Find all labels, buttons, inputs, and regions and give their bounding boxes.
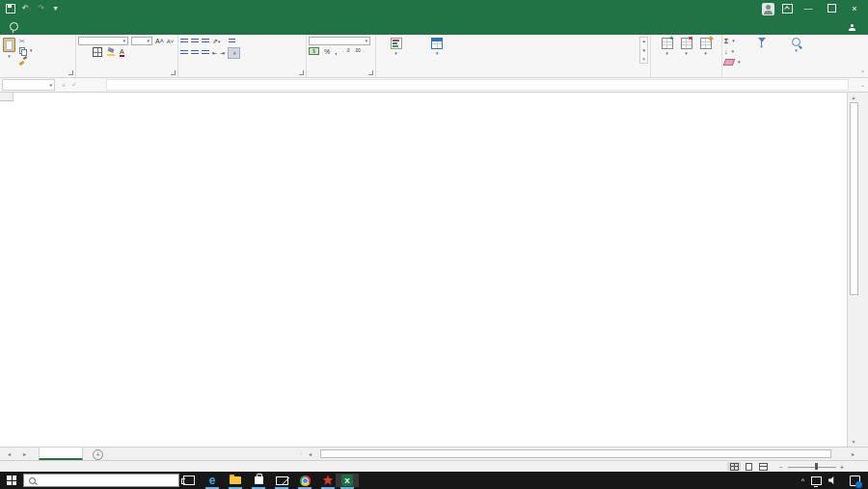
avatar[interactable]: [762, 3, 774, 15]
paste-button[interactable]: ▾: [2, 37, 16, 68]
speaker-icon[interactable]: [828, 476, 836, 484]
start-button[interactable]: [7, 475, 16, 485]
share-button[interactable]: [839, 20, 868, 35]
decrease-decimal-icon[interactable]: .00→: [354, 49, 365, 54]
format-painter-button[interactable]: [19, 56, 33, 65]
delete-cells-button[interactable]: ▾: [680, 37, 693, 68]
new-sheet-icon[interactable]: +: [93, 449, 103, 460]
comma-icon[interactable]: ,: [335, 48, 337, 55]
increase-decimal-icon[interactable]: ←.0: [341, 49, 349, 54]
grow-font-icon[interactable]: A˄: [155, 38, 164, 44]
taskbar-excel-button[interactable]: X: [336, 474, 359, 487]
align-right-icon[interactable]: [202, 50, 209, 56]
merge-center-button[interactable]: ▾: [228, 47, 240, 59]
select-all-corner[interactable]: [0, 93, 14, 101]
taskbar-mail-button[interactable]: [270, 474, 293, 487]
clear-button[interactable]: ▾: [724, 58, 741, 67]
taskbar-edge-button[interactable]: e: [201, 474, 224, 487]
font-dialog-launcher-icon[interactable]: [171, 70, 176, 75]
percent-icon[interactable]: %: [324, 48, 330, 55]
next-sheet-icon[interactable]: ▸: [23, 450, 26, 457]
ribbon-display-options-icon[interactable]: [782, 4, 793, 14]
scroll-left-icon[interactable]: ◂: [309, 450, 312, 457]
fill-color-icon[interactable]: [107, 48, 115, 56]
zoom-slider-track[interactable]: [788, 467, 836, 468]
normal-view-button[interactable]: [727, 462, 741, 471]
autosum-button[interactable]: Σ ▾: [724, 37, 741, 45]
gallery-scrollbar[interactable]: ▲ ▼ ≡: [639, 37, 648, 64]
sort-filter-button[interactable]: ▾: [744, 37, 780, 68]
borders-icon[interactable]: [93, 47, 102, 57]
find-select-button[interactable]: ▾: [783, 37, 810, 68]
task-view-button[interactable]: [177, 474, 201, 487]
name-box-dropdown-icon[interactable]: ▾: [49, 83, 52, 88]
shrink-font-icon[interactable]: A˅: [167, 39, 175, 44]
name-box[interactable]: ▾: [2, 79, 55, 91]
horizontal-scroll-thumb[interactable]: [320, 449, 831, 458]
cut-button[interactable]: ✂: [19, 37, 33, 45]
scroll-right-icon[interactable]: ▸: [852, 450, 854, 457]
taskbar-store-button[interactable]: [247, 474, 270, 487]
expand-formula-bar-icon[interactable]: ⌄: [860, 81, 865, 88]
align-top-icon[interactable]: [180, 39, 188, 44]
scroll-up-icon[interactable]: ▲: [848, 95, 859, 100]
align-left-icon[interactable]: [180, 50, 188, 56]
format-as-table-button[interactable]: ▾: [417, 37, 457, 68]
tell-me-box[interactable]: [0, 18, 32, 35]
increase-indent-icon[interactable]: ⇥: [220, 50, 225, 56]
format-cells-button[interactable]: ▾: [699, 37, 713, 68]
sheet-tab-sayfa1[interactable]: [39, 448, 83, 460]
zoom-out-icon[interactable]: −: [779, 464, 783, 471]
clipboard-dialog-launcher-icon[interactable]: [68, 70, 73, 75]
enter-formula-icon[interactable]: ✓: [71, 81, 77, 89]
redo-icon[interactable]: ↷▾: [38, 5, 46, 13]
save-icon[interactable]: [6, 4, 15, 14]
zoom-in-icon[interactable]: +: [840, 464, 844, 471]
font-color-icon[interactable]: A: [120, 48, 124, 57]
font-name-select[interactable]: ▾: [78, 37, 128, 45]
gallery-down-icon[interactable]: ▼: [641, 48, 645, 53]
conditional-formatting-button[interactable]: ▾: [378, 37, 414, 68]
formula-input[interactable]: [106, 79, 849, 91]
taskbar-search-input[interactable]: [23, 474, 179, 487]
tray-expand-icon[interactable]: ^: [801, 477, 804, 484]
align-bottom-icon[interactable]: [202, 39, 209, 44]
vertical-scrollbar[interactable]: ▲ ▼: [847, 93, 859, 447]
format-as-table-icon: [431, 38, 443, 49]
orientation-icon[interactable]: ⇗▾: [212, 38, 220, 44]
number-format-select[interactable]: ▾: [309, 37, 370, 45]
horizontal-scrollbar[interactable]: ◂ ▸: [309, 449, 854, 459]
accounting-format-icon[interactable]: $: [309, 47, 319, 55]
tab-scrollbar-splitter[interactable]: ⁞: [300, 450, 302, 456]
prev-sheet-icon[interactable]: ◂: [8, 450, 11, 457]
network-icon[interactable]: [811, 476, 822, 485]
alignment-dialog-launcher-icon[interactable]: [299, 70, 304, 75]
page-break-icon: [759, 463, 768, 471]
align-middle-icon[interactable]: [191, 39, 199, 44]
undo-icon[interactable]: ↶▾: [22, 5, 31, 13]
page-layout-view-button[interactable]: [742, 462, 755, 471]
cancel-formula-icon[interactable]: ×: [62, 82, 66, 89]
fill-button[interactable]: ↓ ▾: [724, 47, 741, 56]
copy-button[interactable]: ▾: [19, 46, 33, 55]
scroll-down-icon[interactable]: ▼: [848, 439, 859, 445]
align-center-icon[interactable]: [191, 50, 199, 56]
insert-cells-button[interactable]: ▾: [661, 37, 674, 68]
gallery-up-icon[interactable]: ▲: [641, 39, 645, 43]
number-dialog-launcher-icon[interactable]: [368, 70, 373, 75]
minimize-button[interactable]: —: [800, 4, 816, 14]
page-break-view-button[interactable]: [756, 462, 770, 471]
taskbar-chrome-button[interactable]: [293, 474, 316, 487]
wrap-text-button[interactable]: [229, 37, 237, 45]
maximize-button[interactable]: [824, 4, 839, 14]
font-size-select[interactable]: ▾: [131, 37, 152, 45]
action-center-icon[interactable]: [850, 475, 860, 486]
collapse-ribbon-icon[interactable]: ^: [861, 69, 864, 75]
vertical-scroll-thumb[interactable]: [850, 102, 858, 295]
taskbar-explorer-button[interactable]: [224, 474, 247, 487]
decrease-indent-icon[interactable]: ⇤: [212, 50, 217, 56]
zoom-slider-thumb[interactable]: [815, 463, 818, 470]
customize-qat-icon[interactable]: ▾: [53, 5, 57, 13]
close-button[interactable]: ×: [847, 4, 862, 14]
gallery-more-icon[interactable]: ≡: [642, 57, 645, 62]
